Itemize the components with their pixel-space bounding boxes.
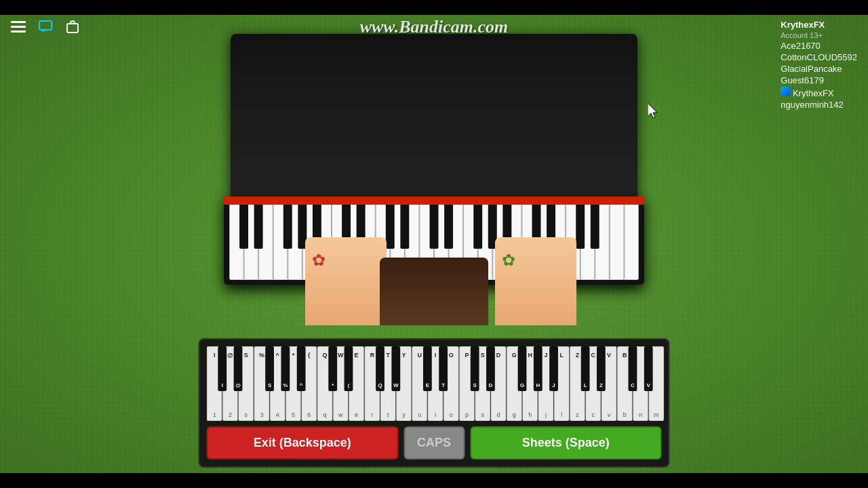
player-list: KrythexFX Account 13+ Ace21670 CottonCLO… [781, 19, 857, 110]
svg-text:c: c [592, 411, 595, 418]
svg-text:%: % [283, 382, 288, 388]
svg-text:Y: Y [401, 352, 406, 359]
piano-keys-display: I1@2Ss%3^4*5(6QqWwEeRrTtYyUuIiOoPpSsDdGg… [207, 346, 662, 421]
svg-text:s: s [244, 411, 248, 418]
exit-button[interactable]: Exit (Backspace) [207, 426, 399, 460]
svg-rect-42 [430, 202, 439, 249]
menu-icon[interactable] [11, 19, 26, 38]
top-left-icons [11, 19, 80, 38]
svg-text:z: z [576, 411, 579, 418]
svg-text:Q: Q [378, 382, 382, 388]
svg-text:j: j [545, 411, 547, 418]
player-name-0: Ace21670 [781, 40, 857, 52]
svg-text:P: P [465, 352, 469, 359]
svg-text:n: n [639, 411, 642, 418]
svg-text:B: B [623, 352, 627, 359]
svg-text:Q: Q [323, 352, 328, 359]
svg-text:I: I [222, 382, 223, 388]
svg-rect-44 [473, 202, 482, 249]
svg-text:m: m [654, 411, 659, 418]
svg-text:4: 4 [276, 411, 279, 418]
svg-text:C: C [591, 352, 596, 359]
svg-text:p: p [465, 411, 469, 418]
bottom-bar [0, 473, 868, 488]
svg-rect-0 [11, 21, 26, 23]
player-name-3: Guest6179 [781, 75, 857, 86]
svg-text:G: G [512, 352, 517, 359]
svg-rect-4 [67, 24, 78, 33]
svg-text:J: J [552, 382, 555, 388]
svg-text:L: L [584, 382, 587, 388]
sheets-button[interactable]: Sheets (Space) [470, 426, 662, 460]
svg-rect-32 [625, 202, 639, 280]
svg-text:b: b [623, 411, 627, 418]
caps-button[interactable]: CAPS [403, 426, 465, 460]
player-name-2: GlacialPancake [781, 63, 857, 75]
piano-buttons: Exit (Backspace) CAPS Sheets (Space) [207, 426, 662, 460]
player-name-1: CottonCLOUD5592 [781, 52, 857, 63]
svg-text:3: 3 [260, 411, 263, 418]
svg-text:R: R [370, 352, 375, 359]
svg-text:(: ( [308, 352, 310, 359]
svg-rect-3 [39, 21, 52, 30]
svg-rect-43 [444, 202, 453, 249]
player-highlight-icon [781, 87, 790, 96]
svg-text:l: l [561, 411, 562, 418]
svg-text:(: ( [348, 382, 350, 388]
svg-text:S: S [473, 382, 477, 388]
svg-rect-35 [283, 202, 292, 249]
svg-text:J: J [544, 352, 547, 359]
grand-piano: ✿ ✿ [203, 34, 665, 319]
top-bar [0, 0, 868, 15]
char-left-hand: ✿ [305, 237, 387, 325]
svg-text:S: S [244, 352, 248, 359]
svg-text:L: L [559, 352, 564, 359]
svg-text:V: V [607, 352, 611, 359]
svg-text:W: W [338, 352, 344, 359]
svg-text:H: H [528, 352, 532, 359]
svg-text:6: 6 [307, 411, 311, 418]
piano-red-strip [224, 197, 644, 205]
svg-text:Z: Z [599, 382, 603, 388]
svg-rect-49 [576, 202, 585, 249]
svg-text:*: * [292, 352, 295, 359]
svg-text:w: w [338, 411, 343, 418]
bag-icon[interactable] [65, 19, 80, 38]
svg-text:T: T [441, 382, 445, 388]
svg-text:D: D [489, 382, 493, 388]
svg-text:2: 2 [229, 411, 232, 418]
svg-text:C: C [631, 382, 635, 388]
svg-text:U: U [417, 352, 422, 359]
svg-rect-1 [11, 26, 26, 28]
svg-text:v: v [608, 411, 611, 418]
svg-text:r: r [371, 411, 373, 418]
piano-lid [231, 34, 637, 203]
chat-icon[interactable] [38, 19, 53, 38]
svg-rect-50 [591, 202, 599, 249]
svg-text:I: I [435, 352, 437, 359]
svg-text:G: G [520, 382, 524, 388]
svg-rect-2 [11, 30, 26, 33]
svg-text:d: d [497, 411, 500, 418]
flower-decoration-right: ✿ [502, 251, 522, 278]
svg-text:I: I [214, 352, 216, 359]
svg-text:e: e [355, 411, 358, 418]
svg-text:W: W [393, 382, 399, 388]
svg-rect-31 [610, 202, 624, 280]
svg-rect-40 [386, 202, 395, 249]
piano-body: ✿ ✿ [203, 34, 665, 319]
svg-text:y: y [402, 411, 406, 418]
svg-text:S: S [481, 352, 485, 359]
char-body [380, 258, 488, 325]
svg-rect-34 [254, 202, 263, 249]
svg-text:E: E [355, 352, 359, 359]
flower-decoration: ✿ [312, 251, 332, 278]
svg-text:5: 5 [292, 411, 295, 418]
onscreen-piano: I1@2Ss%3^4*5(6QqWwEeRrTtYyUuIiOoPpSsDdGg… [199, 338, 670, 468]
svg-rect-33 [239, 202, 248, 249]
svg-text:S: S [268, 382, 272, 388]
player-list-subtitle: Account 13+ [781, 30, 857, 40]
svg-text:1: 1 [213, 411, 216, 418]
onscreen-piano-svg: I1@2Ss%3^4*5(6QqWwEeRrTtYyUuIiOoPpSsDdGg… [207, 346, 665, 421]
svg-text:Z: Z [576, 352, 580, 359]
